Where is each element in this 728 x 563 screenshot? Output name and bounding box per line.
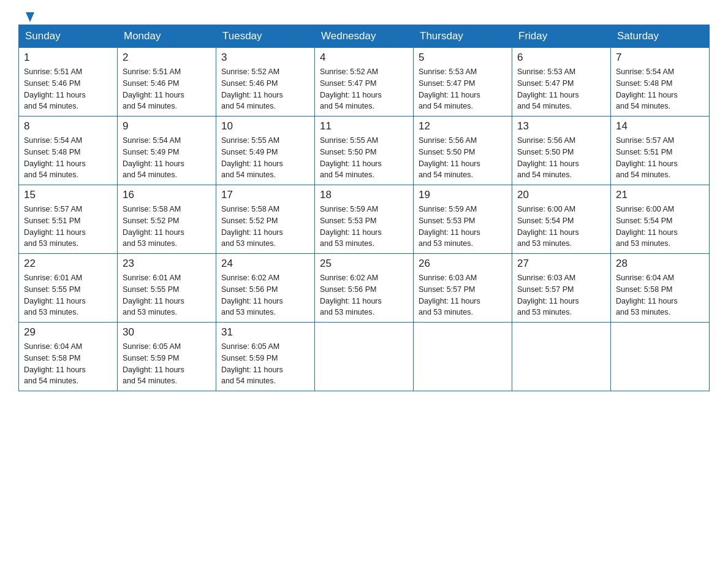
calendar-header-row: SundayMondayTuesdayWednesdayThursdayFrid… xyxy=(19,25,710,48)
day-info: Sunrise: 5:59 AM Sunset: 5:53 PM Dayligh… xyxy=(320,204,408,250)
calendar-cell: 30 Sunrise: 6:05 AM Sunset: 5:59 PM Dayl… xyxy=(118,323,216,391)
calendar-cell: 23 Sunrise: 6:01 AM Sunset: 5:55 PM Dayl… xyxy=(118,254,216,323)
week-row-2: 8 Sunrise: 5:54 AM Sunset: 5:48 PM Dayli… xyxy=(19,117,710,185)
weekday-header-wednesday: Wednesday xyxy=(315,25,414,48)
day-info: Sunrise: 5:54 AM Sunset: 5:49 PM Dayligh… xyxy=(123,135,211,181)
day-number: 7 xyxy=(616,52,704,64)
calendar-cell: 3 Sunrise: 5:52 AM Sunset: 5:46 PM Dayli… xyxy=(216,48,315,117)
day-number: 15 xyxy=(24,189,112,201)
day-info: Sunrise: 6:04 AM Sunset: 5:58 PM Dayligh… xyxy=(616,272,704,318)
logo-arrow-icon xyxy=(26,12,34,22)
weekday-header-monday: Monday xyxy=(118,25,216,48)
calendar-cell: 12 Sunrise: 5:56 AM Sunset: 5:50 PM Dayl… xyxy=(414,117,512,185)
day-info: Sunrise: 5:55 AM Sunset: 5:49 PM Dayligh… xyxy=(221,135,309,181)
day-number: 10 xyxy=(221,120,309,132)
calendar-cell: 5 Sunrise: 5:53 AM Sunset: 5:47 PM Dayli… xyxy=(414,48,512,117)
day-number: 2 xyxy=(123,52,211,64)
day-number: 8 xyxy=(24,120,112,132)
weekday-header-thursday: Thursday xyxy=(414,25,512,48)
calendar-cell: 7 Sunrise: 5:54 AM Sunset: 5:48 PM Dayli… xyxy=(611,48,710,117)
week-row-1: 1 Sunrise: 5:51 AM Sunset: 5:46 PM Dayli… xyxy=(19,48,710,117)
day-info: Sunrise: 6:03 AM Sunset: 5:57 PM Dayligh… xyxy=(517,272,605,318)
day-number: 12 xyxy=(419,120,507,132)
calendar-cell: 9 Sunrise: 5:54 AM Sunset: 5:49 PM Dayli… xyxy=(118,117,216,185)
day-info: Sunrise: 5:58 AM Sunset: 5:52 PM Dayligh… xyxy=(123,204,211,250)
calendar-cell: 14 Sunrise: 5:57 AM Sunset: 5:51 PM Dayl… xyxy=(611,117,710,185)
day-info: Sunrise: 5:54 AM Sunset: 5:48 PM Dayligh… xyxy=(24,135,112,181)
calendar-cell: 11 Sunrise: 5:55 AM Sunset: 5:50 PM Dayl… xyxy=(315,117,414,185)
day-number: 29 xyxy=(24,326,112,339)
calendar-cell xyxy=(611,323,710,391)
day-number: 22 xyxy=(24,258,112,270)
day-number: 3 xyxy=(221,52,309,64)
day-info: Sunrise: 5:53 AM Sunset: 5:47 PM Dayligh… xyxy=(517,66,605,112)
day-info: Sunrise: 5:57 AM Sunset: 5:51 PM Dayligh… xyxy=(24,204,112,250)
day-info: Sunrise: 5:57 AM Sunset: 5:51 PM Dayligh… xyxy=(616,135,704,181)
calendar-cell xyxy=(315,323,414,391)
day-info: Sunrise: 6:00 AM Sunset: 5:54 PM Dayligh… xyxy=(517,204,605,250)
day-info: Sunrise: 5:52 AM Sunset: 5:47 PM Dayligh… xyxy=(320,66,408,112)
day-info: Sunrise: 6:01 AM Sunset: 5:55 PM Dayligh… xyxy=(123,272,211,318)
day-number: 14 xyxy=(616,120,704,132)
day-number: 28 xyxy=(616,258,704,270)
calendar-cell: 24 Sunrise: 6:02 AM Sunset: 5:56 PM Dayl… xyxy=(216,254,315,323)
calendar-cell: 10 Sunrise: 5:55 AM Sunset: 5:49 PM Dayl… xyxy=(216,117,315,185)
weekday-header-friday: Friday xyxy=(512,25,611,48)
calendar-cell: 18 Sunrise: 5:59 AM Sunset: 5:53 PM Dayl… xyxy=(315,185,414,254)
day-info: Sunrise: 5:59 AM Sunset: 5:53 PM Dayligh… xyxy=(419,204,507,250)
calendar-cell: 31 Sunrise: 6:05 AM Sunset: 5:59 PM Dayl… xyxy=(216,323,315,391)
page-header xyxy=(18,12,710,15)
day-info: Sunrise: 5:52 AM Sunset: 5:46 PM Dayligh… xyxy=(221,66,309,112)
day-info: Sunrise: 5:56 AM Sunset: 5:50 PM Dayligh… xyxy=(419,135,507,181)
calendar-cell: 1 Sunrise: 5:51 AM Sunset: 5:46 PM Dayli… xyxy=(19,48,118,117)
day-number: 21 xyxy=(616,189,704,201)
calendar-cell: 13 Sunrise: 5:56 AM Sunset: 5:50 PM Dayl… xyxy=(512,117,611,185)
calendar-cell: 2 Sunrise: 5:51 AM Sunset: 5:46 PM Dayli… xyxy=(118,48,216,117)
day-number: 25 xyxy=(320,258,408,270)
calendar-cell: 4 Sunrise: 5:52 AM Sunset: 5:47 PM Dayli… xyxy=(315,48,414,117)
day-number: 9 xyxy=(123,120,211,132)
calendar-cell: 19 Sunrise: 5:59 AM Sunset: 5:53 PM Dayl… xyxy=(414,185,512,254)
day-info: Sunrise: 6:05 AM Sunset: 5:59 PM Dayligh… xyxy=(221,341,309,387)
weekday-header-saturday: Saturday xyxy=(611,25,710,48)
calendar-cell: 20 Sunrise: 6:00 AM Sunset: 5:54 PM Dayl… xyxy=(512,185,611,254)
day-info: Sunrise: 5:54 AM Sunset: 5:48 PM Dayligh… xyxy=(616,66,704,112)
day-info: Sunrise: 6:02 AM Sunset: 5:56 PM Dayligh… xyxy=(320,272,408,318)
week-row-3: 15 Sunrise: 5:57 AM Sunset: 5:51 PM Dayl… xyxy=(19,185,710,254)
day-number: 23 xyxy=(123,258,211,270)
day-number: 19 xyxy=(419,189,507,201)
weekday-header-tuesday: Tuesday xyxy=(216,25,315,48)
calendar-cell: 16 Sunrise: 5:58 AM Sunset: 5:52 PM Dayl… xyxy=(118,185,216,254)
day-number: 13 xyxy=(517,120,605,132)
day-number: 20 xyxy=(517,189,605,201)
day-number: 18 xyxy=(320,189,408,201)
calendar-table: SundayMondayTuesdayWednesdayThursdayFrid… xyxy=(18,25,710,391)
day-number: 30 xyxy=(123,326,211,339)
calendar-cell xyxy=(414,323,512,391)
calendar-cell: 17 Sunrise: 5:58 AM Sunset: 5:52 PM Dayl… xyxy=(216,185,315,254)
calendar-cell: 26 Sunrise: 6:03 AM Sunset: 5:57 PM Dayl… xyxy=(414,254,512,323)
day-info: Sunrise: 5:53 AM Sunset: 5:47 PM Dayligh… xyxy=(419,66,507,112)
day-info: Sunrise: 5:58 AM Sunset: 5:52 PM Dayligh… xyxy=(221,204,309,250)
day-number: 6 xyxy=(517,52,605,64)
calendar-cell: 8 Sunrise: 5:54 AM Sunset: 5:48 PM Dayli… xyxy=(19,117,118,185)
svg-marker-0 xyxy=(26,12,34,22)
day-number: 17 xyxy=(221,189,309,201)
day-number: 27 xyxy=(517,258,605,270)
calendar-cell: 15 Sunrise: 5:57 AM Sunset: 5:51 PM Dayl… xyxy=(19,185,118,254)
calendar-cell: 29 Sunrise: 6:04 AM Sunset: 5:58 PM Dayl… xyxy=(19,323,118,391)
day-info: Sunrise: 6:02 AM Sunset: 5:56 PM Dayligh… xyxy=(221,272,309,318)
day-number: 24 xyxy=(221,258,309,270)
calendar-cell: 25 Sunrise: 6:02 AM Sunset: 5:56 PM Dayl… xyxy=(315,254,414,323)
day-info: Sunrise: 6:04 AM Sunset: 5:58 PM Dayligh… xyxy=(24,341,112,387)
calendar-cell xyxy=(512,323,611,391)
day-number: 11 xyxy=(320,120,408,132)
logo xyxy=(18,12,26,13)
day-info: Sunrise: 5:56 AM Sunset: 5:50 PM Dayligh… xyxy=(517,135,605,181)
week-row-5: 29 Sunrise: 6:04 AM Sunset: 5:58 PM Dayl… xyxy=(19,323,710,391)
day-info: Sunrise: 5:55 AM Sunset: 5:50 PM Dayligh… xyxy=(320,135,408,181)
week-row-4: 22 Sunrise: 6:01 AM Sunset: 5:55 PM Dayl… xyxy=(19,254,710,323)
day-number: 16 xyxy=(123,189,211,201)
day-info: Sunrise: 6:00 AM Sunset: 5:54 PM Dayligh… xyxy=(616,204,704,250)
day-number: 1 xyxy=(24,52,112,64)
